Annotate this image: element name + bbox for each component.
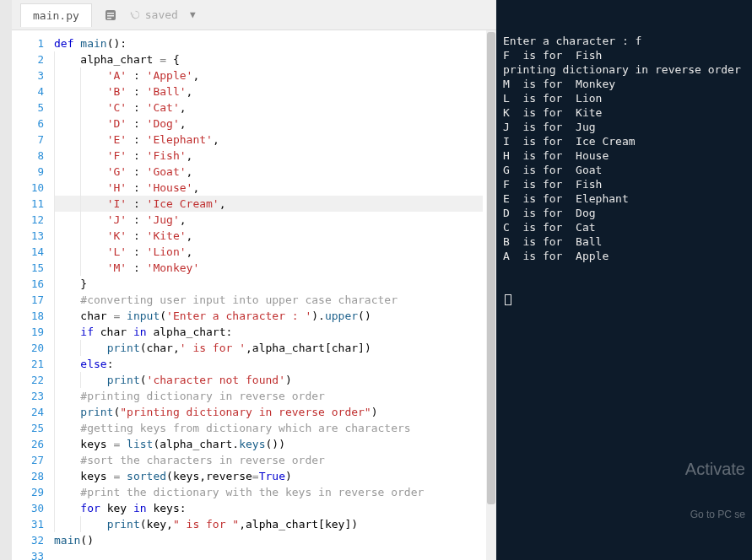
cursor-icon: [505, 294, 511, 305]
code-content[interactable]: def main(): alpha_chart = { 'A' : 'Apple…: [51, 30, 486, 560]
saved-label: saved: [145, 8, 178, 21]
line-number-gutter: 1234567891011121314151617181920212223242…: [12, 30, 51, 560]
code-area: 1234567891011121314151617181920212223242…: [12, 30, 496, 560]
terminal-line: K is for Kite: [503, 105, 745, 120]
code-line[interactable]: }: [54, 276, 483, 292]
code-line[interactable]: print(key," is for ",alpha_chart[key]): [54, 516, 483, 532]
svg-rect-2: [107, 15, 114, 17]
code-line[interactable]: 'H' : 'House',: [54, 180, 483, 196]
line-number: 19: [12, 324, 44, 340]
terminal-line: G is for Goat: [503, 163, 745, 177]
watermark-line2: Go to PC se: [685, 509, 745, 522]
line-number: 3: [12, 67, 44, 83]
line-number: 2: [12, 51, 44, 67]
code-line[interactable]: 'G' : 'Goat',: [54, 164, 483, 180]
code-line[interactable]: #print the dictionary with the keys in r…: [54, 484, 483, 500]
line-number: 18: [12, 308, 44, 324]
vertical-scrollbar[interactable]: [486, 30, 496, 560]
sidebar-gutter: [0, 0, 12, 560]
saved-indicator: saved: [129, 8, 178, 21]
editor-panel: main.py saved ▼ 123456789101112131415161…: [12, 0, 496, 560]
watermark-line1: Activate: [685, 458, 745, 480]
terminal-line: C is for Cat: [503, 220, 745, 234]
terminal-line: F is for Fish: [503, 48, 745, 62]
line-number: 20: [12, 340, 44, 356]
line-number: 26: [12, 436, 44, 452]
code-line[interactable]: keys = list(alpha_chart.keys()): [54, 436, 483, 452]
line-number: 29: [12, 484, 44, 500]
code-line[interactable]: #converting user input into upper case c…: [54, 292, 483, 308]
line-number: 10: [12, 180, 44, 196]
code-line[interactable]: 'L' : 'Lion',: [54, 244, 483, 260]
line-number: 27: [12, 452, 44, 468]
code-line[interactable]: 'A' : 'Apple',: [54, 67, 483, 83]
line-number: 25: [12, 420, 44, 436]
code-line[interactable]: print('character not found'): [54, 372, 483, 388]
line-number: 17: [12, 292, 44, 308]
line-number: 14: [12, 244, 44, 260]
code-line[interactable]: 'C' : 'Cat',: [54, 100, 483, 116]
code-line[interactable]: 'D' : 'Dog',: [54, 116, 483, 132]
code-line[interactable]: 'I' : 'Ice Cream',: [54, 196, 483, 212]
terminal-line: B is for Ball: [503, 234, 745, 249]
terminal-line: I is for Ice Cream: [503, 134, 745, 148]
terminal-line: printing dictionary in reverse order: [503, 62, 745, 77]
terminal-line: Enter a character : f: [503, 34, 745, 48]
code-line[interactable]: #sort the characters in reverse order: [54, 452, 483, 468]
code-line[interactable]: alpha_chart = {: [54, 51, 483, 67]
file-tab[interactable]: main.py: [20, 3, 92, 27]
code-line[interactable]: 'K' : 'Kite',: [54, 228, 483, 244]
line-number: 24: [12, 404, 44, 420]
code-line[interactable]: print("printing dictionary in reverse or…: [54, 404, 483, 420]
scroll-thumb[interactable]: [487, 32, 495, 504]
line-number: 22: [12, 372, 44, 388]
chevron-down-icon[interactable]: ▼: [190, 9, 196, 20]
line-number: 21: [12, 356, 44, 372]
code-line[interactable]: 'M' : 'Monkey': [54, 260, 483, 276]
line-number: 6: [12, 116, 44, 132]
line-number: 31: [12, 516, 44, 532]
code-line[interactable]: 'E' : 'Elephant',: [54, 132, 483, 148]
line-number: 32: [12, 532, 44, 548]
line-number: 4: [12, 83, 44, 100]
line-number: 11: [12, 196, 44, 212]
line-number: 33: [12, 548, 44, 560]
code-line[interactable]: print(char,' is for ',alpha_chart[char]): [54, 340, 483, 356]
svg-rect-3: [107, 18, 111, 19]
code-line[interactable]: [54, 548, 483, 560]
terminal-line: L is for Lion: [503, 91, 745, 105]
activate-windows-watermark: Activate Go to PC se: [685, 429, 745, 550]
line-number: 7: [12, 132, 44, 148]
line-number: 28: [12, 468, 44, 484]
terminal-line: D is for Dog: [503, 206, 745, 220]
code-line[interactable]: char = input('Enter a character : ').upp…: [54, 308, 483, 324]
line-number: 5: [12, 100, 44, 116]
terminal-panel[interactable]: Enter a character : fF is for Fishprinti…: [496, 0, 752, 560]
code-line[interactable]: keys = sorted(keys,reverse=True): [54, 468, 483, 484]
code-line[interactable]: 'B' : 'Ball',: [54, 83, 483, 100]
code-line[interactable]: main(): [54, 532, 483, 548]
line-number: 15: [12, 260, 44, 276]
terminal-line: E is for Elephant: [503, 191, 745, 206]
terminal-line: M is for Monkey: [503, 77, 745, 91]
code-line[interactable]: else:: [54, 356, 483, 372]
code-line[interactable]: if char in alpha_chart:: [54, 324, 483, 340]
code-line[interactable]: 'F' : 'Fish',: [54, 148, 483, 164]
line-number: 16: [12, 276, 44, 292]
code-line[interactable]: #printing dictionary in reverse order: [54, 388, 483, 404]
history-icon: [129, 8, 142, 21]
code-line[interactable]: for key in keys:: [54, 500, 483, 516]
terminal-prompt[interactable]: [503, 292, 745, 306]
line-number: 12: [12, 212, 44, 228]
code-line[interactable]: 'J' : 'Jug',: [54, 212, 483, 228]
line-number: 30: [12, 500, 44, 516]
svg-rect-1: [107, 13, 114, 14]
terminal-line: J is for Jug: [503, 120, 745, 134]
code-line[interactable]: #getting keys from dictionary which are …: [54, 420, 483, 436]
editor-header: main.py saved ▼: [12, 0, 496, 30]
line-number: 9: [12, 164, 44, 180]
line-number: 1: [12, 35, 44, 51]
list-icon[interactable]: [104, 8, 117, 22]
line-number: 13: [12, 228, 44, 244]
code-line[interactable]: def main():: [54, 35, 483, 51]
